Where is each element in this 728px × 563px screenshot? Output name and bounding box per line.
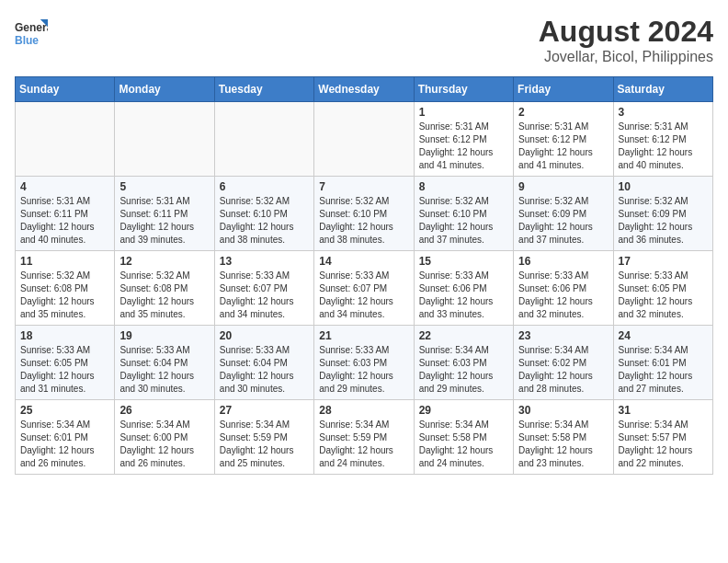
day-info: Sunrise: 5:33 AM Sunset: 6:07 PM Dayligh… <box>220 270 309 321</box>
weekday-header-row: SundayMondayTuesdayWednesdayThursdayFrid… <box>16 77 713 102</box>
calendar-cell: 5Sunrise: 5:31 AM Sunset: 6:11 PM Daylig… <box>115 177 214 251</box>
day-info: Sunrise: 5:33 AM Sunset: 6:05 PM Dayligh… <box>20 344 109 396</box>
weekday-header: Sunday <box>16 77 115 102</box>
day-number: 11 <box>20 255 109 268</box>
day-number: 29 <box>419 404 508 417</box>
calendar-cell: 11Sunrise: 5:32 AM Sunset: 6:08 PM Dayli… <box>16 251 115 326</box>
day-info: Sunrise: 5:34 AM Sunset: 6:00 PM Dayligh… <box>119 419 209 470</box>
calendar-cell: 18Sunrise: 5:33 AM Sunset: 6:05 PM Dayli… <box>16 326 115 400</box>
day-info: Sunrise: 5:32 AM Sunset: 6:09 PM Dayligh… <box>518 195 608 247</box>
weekday-header: Thursday <box>414 77 513 102</box>
day-number: 26 <box>119 404 209 417</box>
day-info: Sunrise: 5:34 AM Sunset: 5:58 PM Dayligh… <box>518 419 608 470</box>
calendar-cell: 14Sunrise: 5:33 AM Sunset: 6:07 PM Dayli… <box>314 251 414 326</box>
day-info: Sunrise: 5:32 AM Sunset: 6:10 PM Dayligh… <box>220 195 309 247</box>
day-info: Sunrise: 5:33 AM Sunset: 6:06 PM Dayligh… <box>419 270 508 321</box>
calendar-cell: 4Sunrise: 5:31 AM Sunset: 6:11 PM Daylig… <box>16 177 115 251</box>
logo-icon: General Blue <box>15 15 48 52</box>
day-number: 27 <box>220 404 309 417</box>
day-info: Sunrise: 5:34 AM Sunset: 5:59 PM Dayligh… <box>220 419 309 470</box>
calendar-cell: 15Sunrise: 5:33 AM Sunset: 6:06 PM Dayli… <box>414 251 513 326</box>
calendar-cell: 28Sunrise: 5:34 AM Sunset: 5:59 PM Dayli… <box>314 400 414 475</box>
svg-text:Blue: Blue <box>15 34 39 47</box>
calendar-week-row: 25Sunrise: 5:34 AM Sunset: 6:01 PM Dayli… <box>16 400 713 475</box>
calendar-cell: 9Sunrise: 5:32 AM Sunset: 6:09 PM Daylig… <box>514 177 613 251</box>
weekday-header: Monday <box>115 77 214 102</box>
day-info: Sunrise: 5:34 AM Sunset: 5:59 PM Dayligh… <box>319 419 408 470</box>
calendar-cell: 25Sunrise: 5:34 AM Sunset: 6:01 PM Dayli… <box>16 400 115 475</box>
day-info: Sunrise: 5:33 AM Sunset: 6:06 PM Dayligh… <box>518 270 608 321</box>
day-number: 16 <box>518 255 608 268</box>
day-info: Sunrise: 5:31 AM Sunset: 6:11 PM Dayligh… <box>119 195 209 247</box>
day-number: 18 <box>20 329 109 342</box>
day-number: 24 <box>619 329 708 342</box>
page-title: August 2024 <box>539 15 713 49</box>
calendar-cell: 12Sunrise: 5:32 AM Sunset: 6:08 PM Dayli… <box>115 251 214 326</box>
day-info: Sunrise: 5:33 AM Sunset: 6:03 PM Dayligh… <box>319 344 408 396</box>
weekday-header: Tuesday <box>214 77 313 102</box>
calendar-cell: 1Sunrise: 5:31 AM Sunset: 6:12 PM Daylig… <box>414 102 513 177</box>
calendar-table: SundayMondayTuesdayWednesdayThursdayFrid… <box>15 76 713 475</box>
day-number: 25 <box>20 404 109 417</box>
day-info: Sunrise: 5:31 AM Sunset: 6:12 PM Dayligh… <box>518 121 608 172</box>
day-number: 1 <box>419 106 508 119</box>
day-number: 20 <box>220 329 309 342</box>
calendar-week-row: 18Sunrise: 5:33 AM Sunset: 6:05 PM Dayli… <box>16 326 713 400</box>
calendar-cell: 19Sunrise: 5:33 AM Sunset: 6:04 PM Dayli… <box>115 326 214 400</box>
calendar-cell: 6Sunrise: 5:32 AM Sunset: 6:10 PM Daylig… <box>214 177 313 251</box>
day-number: 10 <box>619 180 708 193</box>
day-number: 31 <box>619 404 708 417</box>
day-number: 8 <box>419 180 508 193</box>
calendar-week-row: 4Sunrise: 5:31 AM Sunset: 6:11 PM Daylig… <box>16 177 713 251</box>
day-number: 7 <box>319 180 408 193</box>
weekday-header: Saturday <box>613 77 712 102</box>
logo: General Blue <box>15 15 48 52</box>
day-info: Sunrise: 5:32 AM Sunset: 6:10 PM Dayligh… <box>419 195 508 247</box>
calendar-cell: 24Sunrise: 5:34 AM Sunset: 6:01 PM Dayli… <box>613 326 712 400</box>
calendar-cell: 2Sunrise: 5:31 AM Sunset: 6:12 PM Daylig… <box>514 102 613 177</box>
day-info: Sunrise: 5:33 AM Sunset: 6:05 PM Dayligh… <box>619 270 708 321</box>
day-info: Sunrise: 5:34 AM Sunset: 6:03 PM Dayligh… <box>419 344 508 396</box>
day-number: 22 <box>419 329 508 342</box>
calendar-cell <box>16 102 115 177</box>
calendar-cell: 27Sunrise: 5:34 AM Sunset: 5:59 PM Dayli… <box>214 400 313 475</box>
calendar-cell: 26Sunrise: 5:34 AM Sunset: 6:00 PM Dayli… <box>115 400 214 475</box>
day-number: 23 <box>518 329 608 342</box>
calendar-cell: 3Sunrise: 5:31 AM Sunset: 6:12 PM Daylig… <box>613 102 712 177</box>
calendar-cell: 31Sunrise: 5:34 AM Sunset: 5:57 PM Dayli… <box>613 400 712 475</box>
day-info: Sunrise: 5:34 AM Sunset: 5:57 PM Dayligh… <box>619 419 708 470</box>
calendar-cell: 13Sunrise: 5:33 AM Sunset: 6:07 PM Dayli… <box>214 251 313 326</box>
calendar-cell <box>115 102 214 177</box>
page-subtitle: Jovellar, Bicol, Philippines <box>539 49 713 65</box>
calendar-cell: 23Sunrise: 5:34 AM Sunset: 6:02 PM Dayli… <box>514 326 613 400</box>
weekday-header: Friday <box>514 77 613 102</box>
calendar-cell: 21Sunrise: 5:33 AM Sunset: 6:03 PM Dayli… <box>314 326 414 400</box>
title-section: August 2024 Jovellar, Bicol, Philippines <box>539 15 713 65</box>
weekday-header: Wednesday <box>314 77 414 102</box>
day-number: 14 <box>319 255 408 268</box>
day-info: Sunrise: 5:33 AM Sunset: 6:04 PM Dayligh… <box>119 344 209 396</box>
day-info: Sunrise: 5:34 AM Sunset: 6:01 PM Dayligh… <box>20 419 109 470</box>
day-info: Sunrise: 5:32 AM Sunset: 6:08 PM Dayligh… <box>119 270 209 321</box>
calendar-cell <box>214 102 313 177</box>
day-info: Sunrise: 5:33 AM Sunset: 6:04 PM Dayligh… <box>220 344 309 396</box>
calendar-week-row: 1Sunrise: 5:31 AM Sunset: 6:12 PM Daylig… <box>16 102 713 177</box>
day-info: Sunrise: 5:31 AM Sunset: 6:12 PM Dayligh… <box>619 121 708 172</box>
calendar-cell <box>314 102 414 177</box>
day-number: 28 <box>319 404 408 417</box>
day-info: Sunrise: 5:31 AM Sunset: 6:11 PM Dayligh… <box>20 195 109 247</box>
day-number: 4 <box>20 180 109 193</box>
day-number: 17 <box>619 255 708 268</box>
calendar-cell: 10Sunrise: 5:32 AM Sunset: 6:09 PM Dayli… <box>613 177 712 251</box>
calendar-cell: 20Sunrise: 5:33 AM Sunset: 6:04 PM Dayli… <box>214 326 313 400</box>
day-number: 6 <box>220 180 309 193</box>
day-number: 30 <box>518 404 608 417</box>
calendar-cell: 17Sunrise: 5:33 AM Sunset: 6:05 PM Dayli… <box>613 251 712 326</box>
calendar-cell: 7Sunrise: 5:32 AM Sunset: 6:10 PM Daylig… <box>314 177 414 251</box>
svg-text:General: General <box>15 21 48 34</box>
calendar-cell: 22Sunrise: 5:34 AM Sunset: 6:03 PM Dayli… <box>414 326 513 400</box>
day-number: 9 <box>518 180 608 193</box>
day-info: Sunrise: 5:34 AM Sunset: 6:02 PM Dayligh… <box>518 344 608 396</box>
calendar-week-row: 11Sunrise: 5:32 AM Sunset: 6:08 PM Dayli… <box>16 251 713 326</box>
day-number: 13 <box>220 255 309 268</box>
